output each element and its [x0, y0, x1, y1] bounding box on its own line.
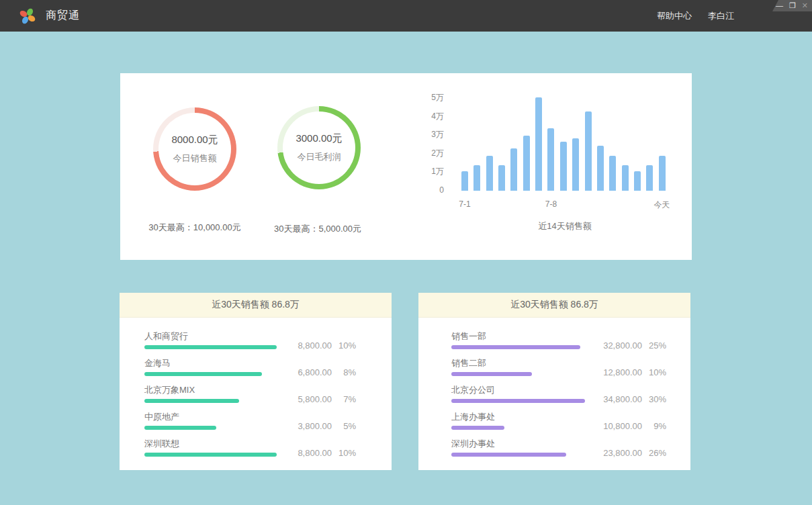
- donut-today-sales: 8000.00元 今日销售额: [153, 107, 236, 191]
- minimize-button[interactable]: —: [776, 2, 783, 9]
- rank-item-value: 8,800.0010%: [298, 340, 356, 351]
- rank-item-value: 34,800.0030%: [603, 394, 666, 404]
- brand-title: 商贸通: [46, 9, 80, 23]
- rank-item-percent: 8%: [332, 367, 356, 377]
- bar: [547, 128, 554, 191]
- y-axis-label: 1万: [402, 166, 444, 177]
- donut-center: 8000.00元 今日销售额: [159, 113, 231, 185]
- rank-item-bar: [144, 453, 277, 457]
- bar-chart-title: 近14天销售额: [461, 220, 668, 232]
- rank-item-value: 12,800.0010%: [603, 367, 666, 377]
- bar: [646, 165, 653, 191]
- rank-item-amount: 8,800.00: [298, 448, 332, 458]
- rank-item-amount: 32,800.00: [603, 340, 642, 351]
- bar: [523, 136, 530, 191]
- y-axis-label: 0: [402, 185, 444, 195]
- rank-item-value: 5,800.007%: [298, 394, 356, 404]
- x-axis-label: 今天: [654, 199, 670, 211]
- donut-caption: 今日销售额: [173, 152, 217, 165]
- donut-value: 3000.00元: [296, 132, 342, 145]
- rank-item-value: 8,800.0010%: [298, 448, 356, 458]
- rank-item-bar: [144, 372, 262, 376]
- bar: [572, 138, 579, 191]
- rank-item-percent: 30%: [642, 394, 666, 404]
- donut-today-profit: 3000.00元 今日毛利润: [277, 106, 361, 189]
- rank-item-bar: [451, 453, 566, 457]
- donut-footer-profit: 30天最高：5,000.00元: [237, 223, 398, 235]
- rank-item-value: 32,800.0025%: [603, 340, 666, 351]
- ranking-list: 人和商贸行8,800.0010%金海马6,800.008%北京万象MIX5,80…: [120, 318, 392, 457]
- rank-item-value: 3,800.005%: [298, 421, 356, 431]
- maximize-button[interactable]: ❐: [789, 2, 796, 9]
- y-axis-label: 5万: [402, 92, 444, 103]
- user-menu[interactable]: 李白江: [708, 10, 734, 22]
- bar: [622, 165, 629, 191]
- donut-caption: 今日毛利润: [298, 151, 341, 163]
- bar: [461, 171, 468, 191]
- rank-item-amount: 3,800.00: [298, 421, 332, 431]
- rank-row: 中原地产3,800.005%: [144, 411, 356, 430]
- bar: [659, 156, 666, 191]
- y-axis-label: 3万: [402, 129, 444, 140]
- titlebar-menu: 帮助中心 李白江: [657, 0, 734, 32]
- rank-item-percent: 25%: [642, 340, 666, 351]
- app-logo-icon: [19, 7, 36, 25]
- bar: [498, 165, 505, 191]
- rank-item-percent: 26%: [642, 448, 666, 458]
- rank-row: 金海马6,800.008%: [144, 357, 356, 376]
- rank-item-value: 10,800.009%: [603, 421, 666, 431]
- card-header-title: 近30天销售额 86.8万: [120, 293, 392, 318]
- help-center-link[interactable]: 帮助中心: [657, 10, 692, 22]
- ranking-card-customers: 近30天销售额 86.8万 人和商贸行8,800.0010%金海马6,800.0…: [120, 293, 392, 470]
- y-axis-label: 4万: [402, 111, 444, 122]
- rank-item-bar: [144, 345, 277, 349]
- rank-item-percent: 10%: [332, 448, 356, 458]
- rank-row: 销售一部32,800.0025%: [451, 330, 666, 349]
- window-controls: — ❐ ✕: [772, 0, 812, 11]
- close-button[interactable]: ✕: [802, 2, 808, 9]
- rank-item-bar: [451, 345, 580, 349]
- rank-item-amount: 12,800.00: [603, 367, 642, 377]
- rank-row: 深圳办事处23,800.0026%: [451, 438, 666, 457]
- rank-item-amount: 5,800.00: [298, 394, 332, 404]
- rank-item-bar: [144, 399, 239, 403]
- rank-item-amount: 8,800.00: [298, 340, 332, 351]
- x-axis-label: 7-8: [545, 199, 557, 209]
- rank-row: 上海办事处10,800.009%: [451, 411, 666, 430]
- rank-row: 销售二部12,800.0010%: [451, 357, 666, 376]
- rank-item-percent: 7%: [332, 394, 356, 404]
- donut-value: 8000.00元: [171, 134, 218, 146]
- rank-item-amount: 10,800.00: [603, 421, 642, 431]
- bar: [473, 165, 480, 191]
- x-axis-label: 7-1: [459, 199, 470, 209]
- rank-item-amount: 6,800.00: [298, 367, 332, 377]
- bar-chart-x-axis: 7-17-8今天: [461, 199, 668, 210]
- bar: [585, 111, 592, 191]
- rank-item-value: 6,800.008%: [298, 367, 356, 377]
- bar: [597, 146, 604, 191]
- bar: [535, 97, 542, 191]
- rank-item-bar: [451, 372, 532, 376]
- rank-row: 人和商贸行8,800.0010%: [144, 330, 356, 349]
- donut-center: 3000.00元 今日毛利润: [283, 111, 355, 184]
- card-header-title: 近30天销售额 86.8万: [418, 293, 690, 318]
- bar-chart: [461, 97, 668, 191]
- rank-item-bar: [451, 399, 585, 403]
- rank-row: 北京万象MIX5,800.007%: [144, 384, 356, 403]
- rank-item-amount: 34,800.00: [603, 394, 642, 404]
- rank-item-value: 23,800.0026%: [603, 448, 666, 458]
- rank-item-percent: 10%: [332, 340, 356, 351]
- bar: [486, 156, 493, 191]
- bar: [609, 156, 616, 191]
- titlebar: 商贸通 帮助中心 李白江 — ❐ ✕: [0, 0, 812, 32]
- rank-item-bar: [451, 426, 504, 430]
- overview-card: 8000.00元 今日销售额 30天最高：10,000.00元 3000.00元…: [120, 73, 692, 260]
- rank-item-percent: 10%: [642, 367, 666, 377]
- rank-row: 深圳联想8,800.0010%: [144, 438, 356, 457]
- bar: [560, 142, 567, 191]
- bar: [510, 148, 517, 191]
- rank-item-bar: [144, 426, 216, 430]
- y-axis-label: 2万: [402, 148, 444, 158]
- rank-row: 北京分公司34,800.0030%: [451, 384, 666, 403]
- rank-item-percent: 9%: [642, 421, 666, 431]
